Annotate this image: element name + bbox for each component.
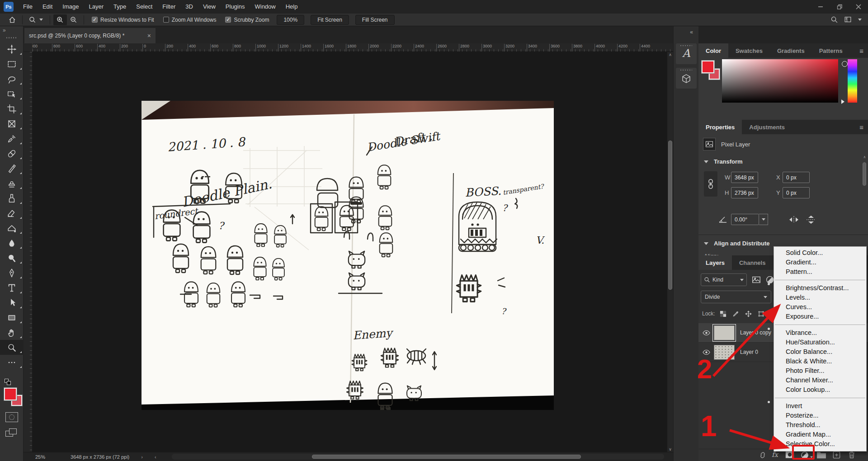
link-dimensions-icon[interactable] <box>704 171 717 197</box>
color-saturation-field[interactable] <box>722 59 838 103</box>
new-adjustment-layer-icon[interactable] <box>800 451 813 460</box>
search-icon[interactable] <box>827 14 841 25</box>
menu-item-color-balance[interactable]: Color Balance... <box>774 347 866 357</box>
toolbar-collapse-icon[interactable]: » <box>3 27 6 33</box>
x-field[interactable]: 0 px <box>783 172 810 183</box>
lock-position-icon[interactable] <box>745 310 752 317</box>
menu-3d[interactable]: 3D <box>180 0 198 14</box>
tab-layers[interactable]: Layers <box>698 255 732 270</box>
marquee-tool[interactable] <box>0 56 24 71</box>
y-field[interactable]: 0 px <box>783 187 810 198</box>
angle-dropdown-icon[interactable] <box>759 214 768 225</box>
tab-close-icon[interactable]: × <box>147 32 151 39</box>
layer-filter-kind-dropdown[interactable]: Kind <box>701 273 747 286</box>
checkbox-resize-windows-to-fit[interactable]: ✓Resize Windows to Fit <box>92 17 154 23</box>
tab-color[interactable]: Color <box>698 43 728 58</box>
dodge-tool[interactable] <box>0 250 24 265</box>
vertical-scrollbar[interactable]: ∧ ∨ <box>667 52 673 452</box>
hue-slider-marker[interactable] <box>841 99 844 104</box>
hue-slider[interactable] <box>848 59 857 103</box>
tool-preset-chevron-icon[interactable] <box>39 19 43 21</box>
new-group-icon[interactable] <box>817 451 826 459</box>
delete-layer-icon[interactable] <box>848 451 856 459</box>
crop-tool[interactable] <box>0 101 24 116</box>
tab-channels[interactable]: Channels <box>732 255 773 270</box>
zoom-tool[interactable] <box>0 340 24 355</box>
eye-icon[interactable] <box>698 349 714 355</box>
layer-style-fx-icon[interactable]: fx <box>772 451 778 459</box>
document-tab[interactable]: src.psd @ 25% (Layer 0 copy, RGB/8) * × <box>24 28 156 43</box>
restore-button[interactable] <box>830 0 849 14</box>
foreground-color-swatch[interactable] <box>702 61 714 73</box>
menu-item-color-lookup[interactable]: Color Lookup... <box>774 385 866 395</box>
scroll-up-icon[interactable]: ∧ <box>862 155 867 159</box>
workspace-chevron-icon[interactable] <box>858 19 862 21</box>
menu-item-brightness-contrast[interactable]: Brightness/Contrast... <box>774 283 866 293</box>
menu-item-selective-color[interactable]: Selective Color... <box>774 439 866 449</box>
flip-horizontal-icon[interactable] <box>788 216 800 224</box>
more-tools[interactable] <box>0 355 24 370</box>
hamburger-icon[interactable]: ≡ <box>859 123 863 131</box>
height-field[interactable]: 2736 px <box>731 187 758 198</box>
menu-view[interactable]: View <box>198 0 221 14</box>
path-selection-tool[interactable] <box>0 295 24 310</box>
button-100[interactable]: 100% <box>277 15 304 25</box>
menu-type[interactable]: Type <box>108 0 131 14</box>
menu-filter[interactable]: Filter <box>157 0 180 14</box>
lock-artboard-icon[interactable] <box>758 310 764 317</box>
quick-mask-button[interactable] <box>5 412 18 422</box>
screen-mode-button[interactable] <box>5 428 18 439</box>
pen-tool[interactable] <box>0 265 24 280</box>
brush-tool[interactable] <box>0 161 24 176</box>
menu-file[interactable]: File <box>18 0 38 14</box>
workspace-icon[interactable] <box>841 14 854 25</box>
menu-plugins[interactable]: Plugins <box>221 0 250 14</box>
zoom-out-icon[interactable] <box>67 14 80 25</box>
menu-select[interactable]: Select <box>131 0 157 14</box>
rectangle-tool[interactable] <box>0 310 24 325</box>
tab-gradients[interactable]: Gradients <box>770 43 812 58</box>
gradient-tool[interactable] <box>0 221 24 235</box>
menu-item-solid-color[interactable]: Solid Color... <box>774 248 866 258</box>
scroll-down-icon[interactable]: ∨ <box>667 447 673 452</box>
tab-adjustments[interactable]: Adjustments <box>742 120 792 134</box>
blur-tool[interactable] <box>0 235 24 250</box>
align-section-header[interactable]: Align and Distribute <box>704 240 770 247</box>
eraser-tool[interactable] <box>0 206 24 221</box>
button-fill-screen[interactable]: Fill Screen <box>355 15 395 25</box>
healing-brush-tool[interactable] <box>0 146 24 161</box>
add-layer-mask-icon[interactable] <box>785 451 794 459</box>
horizontal-scrollbar[interactable] <box>172 454 664 460</box>
menu-layer[interactable]: Layer <box>84 0 109 14</box>
menu-item-black-white[interactable]: Black & White... <box>774 357 866 366</box>
hamburger-icon[interactable]: ≡ <box>859 47 863 55</box>
status-zoom-level[interactable]: 25% <box>35 454 45 460</box>
menu-item-invert[interactable]: Invert <box>774 401 866 411</box>
flip-vertical-icon[interactable] <box>806 215 816 224</box>
color-cursor[interactable] <box>842 61 848 67</box>
menu-item-exposure[interactable]: Exposure... <box>774 312 866 321</box>
dock-collapse-icon[interactable]: « <box>690 29 693 35</box>
link-layers-icon[interactable] <box>758 451 767 460</box>
menu-item-pattern[interactable]: Pattern... <box>774 267 866 277</box>
frame-tool[interactable] <box>0 116 24 131</box>
status-chevron-right-icon[interactable]: › <box>141 454 143 460</box>
tab-properties[interactable]: Properties <box>698 120 742 134</box>
horizontal-scroll-thumb[interactable] <box>312 455 581 459</box>
document-canvas[interactable]: 2021 . 10 . 8 Draft . Doodle Plain. roun… <box>142 101 554 410</box>
menu-help[interactable]: Help <box>281 0 303 14</box>
menu-image[interactable]: Image <box>57 0 84 14</box>
typography-panel-icon[interactable]: A <box>676 43 697 64</box>
transform-section-header[interactable]: Transform <box>704 158 743 165</box>
lock-pixels-icon[interactable] <box>732 310 739 317</box>
type-tool[interactable] <box>0 280 24 295</box>
tab-swatches[interactable]: Swatches <box>728 43 770 58</box>
menu-item-gradient-map[interactable]: Gradient Map... <box>774 430 866 439</box>
tab-patterns[interactable]: Patterns <box>812 43 850 58</box>
layer-thumbnail[interactable] <box>714 345 735 360</box>
hand-tool[interactable] <box>0 325 24 340</box>
zoom-tool-icon[interactable] <box>26 14 39 25</box>
menu-item-photo-filter[interactable]: Photo Filter... <box>774 366 866 376</box>
status-chevron-left-icon[interactable]: ‹ <box>155 454 156 460</box>
menu-item-channel-mixer[interactable]: Channel Mixer... <box>774 376 866 385</box>
